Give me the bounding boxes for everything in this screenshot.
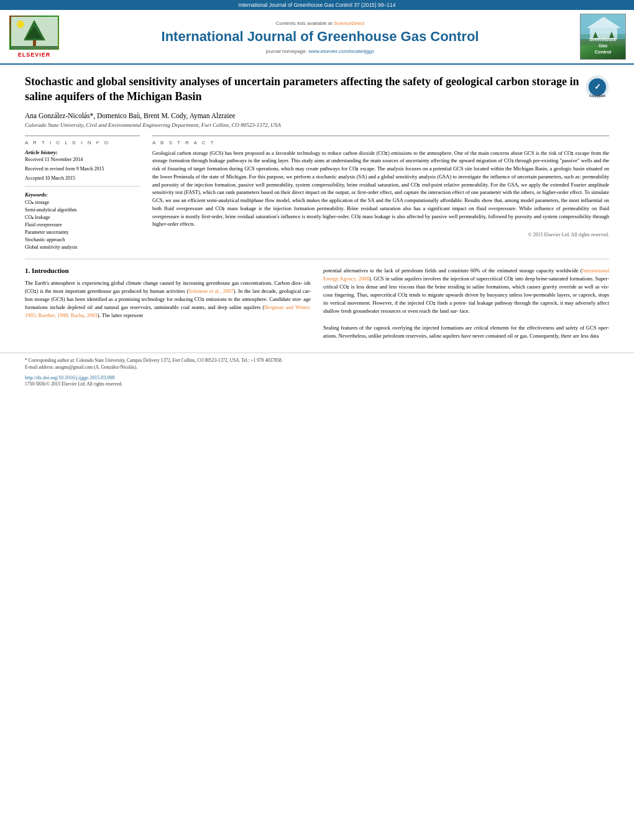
svg-text:✓: ✓ <box>594 82 601 91</box>
journal-header-center: Contents lists available at ScienceDirec… <box>68 14 572 60</box>
homepage-line: journal homepage: www.elsevier.com/locat… <box>266 47 375 54</box>
intro-heading: 1. Introduction <box>25 267 311 274</box>
abstract-text: Geological carbon storage (GCS) has been… <box>152 149 609 229</box>
sciencedirect-link[interactable]: ScienceDirect <box>334 21 364 26</box>
body-left-column: 1. Introduction The Earth's atmosphere i… <box>25 267 311 341</box>
footnote-corresponding: * Corresponding author at: Colorado Stat… <box>25 357 609 364</box>
received-date: Received 11 November 2014 <box>25 157 140 162</box>
body-section: 1. Introduction The Earth's atmosphere i… <box>25 267 609 341</box>
journal-header: ELSEVIER Contents lists available at Sci… <box>0 10 634 65</box>
doi-link[interactable]: http://dx.doi.org/10.1016/j.ijggc.2015.0… <box>25 375 609 381</box>
article-title-area: Stochastic and global sensitivity analys… <box>25 74 609 104</box>
authors-text: Ana González-Nicolás*, Domenico Baù, Bre… <box>25 112 236 119</box>
footnote-email: E-mail address: anagnu@gmail.com (A. Gon… <box>25 364 609 371</box>
elsevier-tree-logo <box>9 16 59 50</box>
abstract-column: A B S T R A C T Geological carbon storag… <box>152 136 609 251</box>
journal-title: International Journal of Greenhouse Gas … <box>162 29 479 45</box>
greenhouse-badge-text: GreenhouseGasControl <box>589 37 617 55</box>
keyword-2: Semi-analytical algorithm <box>25 206 140 214</box>
copyright-line: © 2015 Elsevier Ltd. All rights reserved… <box>152 232 609 238</box>
article-title-text: Stochastic and global sensitivity analys… <box>25 74 579 104</box>
article-info-heading: A R T I C L E I N F O <box>25 140 140 145</box>
contents-available-line: Contents lists available at ScienceDirec… <box>276 19 365 26</box>
article-footer: * Corresponding author at: Colorado Stat… <box>0 353 634 391</box>
accepted-date: Accepted 10 March 2015 <box>25 175 140 181</box>
keyword-7: Global sensitivity analysis <box>25 244 140 251</box>
elsevier-logo-area: ELSEVIER <box>6 14 62 60</box>
keyword-1: CO₂ storage <box>25 199 140 206</box>
intro-left-text: The Earth's atmosphere is experiencing g… <box>25 279 311 320</box>
journal-citation-bar: International Journal of Greenhouse Gas … <box>0 0 634 10</box>
article-content: Stochastic and global sensitivity analys… <box>0 65 634 346</box>
keyword-5: Parameter uncertainty <box>25 229 140 236</box>
keyword-4: Fluid overpressure <box>25 221 140 229</box>
crossmark-logo: ✓ CrossMark <box>586 75 609 99</box>
greenhouse-badge: GreenhouseGasControl <box>580 14 626 60</box>
journal-url-link[interactable]: www.elsevier.com/locate/ijggc <box>308 48 374 54</box>
keywords-list: CO₂ storage Semi-analytical algorithm CO… <box>25 199 140 251</box>
body-right-column: potential alternatives to the lack of pe… <box>323 267 609 341</box>
keywords-label: Keywords: <box>25 192 140 198</box>
svg-point-5 <box>17 21 24 28</box>
svg-rect-4 <box>11 46 58 49</box>
keyword-6: Stochastic approach <box>25 236 140 244</box>
solomon-ref[interactable]: Solomon et al., 2007 <box>188 288 233 294</box>
abstract-heading: A B S T R A C T <box>152 140 609 145</box>
journal-citation-text: International Journal of Greenhouse Gas … <box>239 2 396 8</box>
issn-line: 1750-5836/© 2015 Elsevier Ltd. All right… <box>25 381 609 387</box>
elsevier-text-label: ELSEVIER <box>18 52 51 58</box>
affiliation-line: Colorado State University, Civil and Env… <box>25 122 609 128</box>
info-abstract-section: A R T I C L E I N F O Article history: R… <box>25 136 609 251</box>
iea-ref[interactable]: International Energy Agency, 2008 <box>323 267 609 282</box>
footnote1-text: * Corresponding author at: Colorado Stat… <box>25 358 283 363</box>
intro-right-text: potential alternatives to the lack of pe… <box>323 267 609 341</box>
intro-heading-text: 1. Introduction <box>25 267 69 274</box>
section-divider <box>25 259 609 259</box>
article-info-column: A R T I C L E I N F O Article history: R… <box>25 136 140 251</box>
keyword-3: CO₂ leakage <box>25 214 140 221</box>
history-label: Article history: <box>25 149 140 155</box>
greenhouse-badge-area: GreenhouseGasControl <box>578 14 628 60</box>
authors-line: Ana González-Nicolás*, Domenico Baù, Bre… <box>25 112 609 119</box>
bergman-ref[interactable]: Bergman and Winter, 1995; Ruether, 1998;… <box>25 304 311 318</box>
received-revised-date: Received in revised form 9 March 2015 <box>25 166 140 172</box>
svg-text:CrossMark: CrossMark <box>589 94 605 98</box>
footnote2-text: E-mail address: anagnu@gmail.com (A. Gon… <box>25 364 137 370</box>
